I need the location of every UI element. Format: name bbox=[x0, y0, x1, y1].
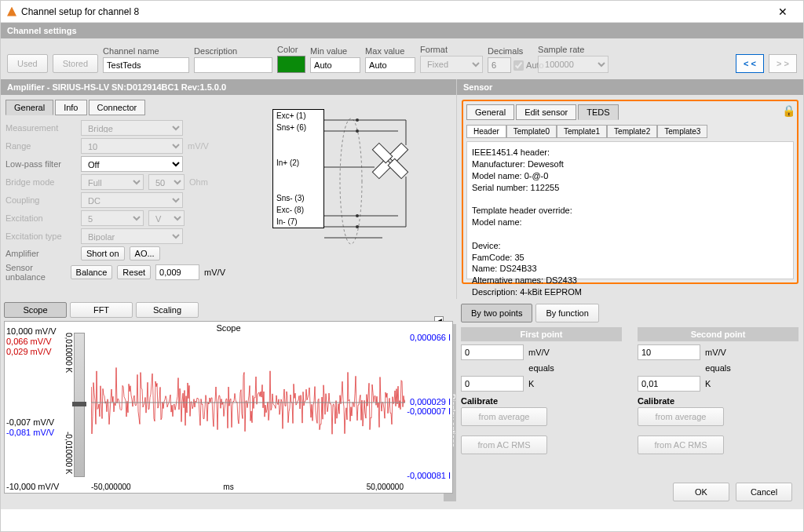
p2-k[interactable] bbox=[638, 376, 700, 392]
ok-button[interactable]: OK bbox=[673, 483, 729, 501]
close-icon[interactable]: ✕ bbox=[769, 5, 797, 18]
format-label: Format bbox=[420, 45, 483, 54]
sensor-tab-teds[interactable]: TEDS bbox=[578, 104, 618, 120]
channel-name-label: Channel name bbox=[103, 46, 189, 56]
tab-general[interactable]: General bbox=[5, 100, 53, 115]
channel-name-input[interactable] bbox=[103, 57, 189, 73]
unbalance-input[interactable] bbox=[155, 264, 199, 280]
stored-button[interactable]: Stored bbox=[53, 54, 98, 73]
format-select[interactable]: Fixed bbox=[420, 56, 483, 73]
scope-chart[interactable]: 10,000 mV/V 0,066 mV/V 0,029 mV/V -0,007… bbox=[4, 321, 453, 494]
svg-rect-2 bbox=[372, 159, 392, 178]
cancel-button[interactable]: Cancel bbox=[736, 483, 792, 501]
svg-point-14 bbox=[356, 129, 359, 133]
lpf-label: Low-pass filter bbox=[5, 159, 76, 169]
description-label: Description bbox=[194, 46, 272, 56]
auto-checkbox[interactable] bbox=[513, 60, 524, 71]
max-label: Max value bbox=[365, 46, 415, 56]
p2-value[interactable] bbox=[638, 344, 700, 360]
wiring-diagram: Exc+ (1) Sns+ (6) In+ (2) Sns- (3) Exc- … bbox=[225, 100, 451, 294]
by-function-tab[interactable]: By function bbox=[535, 304, 598, 322]
sample-rate-label: Sample rate bbox=[538, 45, 608, 54]
decimals-input bbox=[488, 57, 511, 73]
range-select[interactable]: 10 bbox=[81, 138, 183, 154]
svg-point-13 bbox=[356, 118, 359, 122]
measurement-select[interactable]: Bridge bbox=[81, 120, 183, 136]
color-label: Color bbox=[277, 45, 305, 54]
next-channel-button[interactable]: > > bbox=[769, 54, 797, 73]
sensor-unbalance-label: Sensor unbalance bbox=[5, 263, 66, 282]
scope-tab[interactable]: Scope bbox=[4, 302, 67, 318]
subtab-header[interactable]: Header bbox=[466, 125, 506, 138]
app-logo bbox=[7, 7, 16, 16]
svg-rect-3 bbox=[372, 143, 392, 162]
balance-button[interactable]: Balance bbox=[71, 265, 113, 279]
lpf-select[interactable]: Off bbox=[81, 156, 183, 172]
amplifier-label: Amplifier bbox=[5, 249, 76, 258]
description-input[interactable] bbox=[194, 57, 272, 73]
color-swatch[interactable] bbox=[277, 56, 305, 73]
subtab-t2[interactable]: Template2 bbox=[607, 125, 657, 138]
from-rms-1[interactable]: from AC RMS bbox=[461, 435, 547, 454]
fft-tab[interactable]: FFT bbox=[70, 302, 133, 318]
coupling-select[interactable]: DC bbox=[81, 192, 183, 208]
svg-rect-1 bbox=[388, 143, 407, 162]
first-point-header: First point bbox=[461, 327, 622, 341]
excitation-type-label: Excitation type bbox=[5, 231, 76, 241]
excitation-label: Excitation bbox=[5, 213, 76, 223]
prev-channel-button[interactable]: < < bbox=[736, 54, 764, 73]
range-label: Range bbox=[5, 141, 76, 151]
svg-rect-4 bbox=[388, 159, 407, 178]
svg-point-15 bbox=[356, 214, 359, 217]
bridge-imp-select[interactable]: 50 bbox=[148, 174, 185, 190]
p1-k[interactable] bbox=[461, 376, 524, 392]
from-rms-2[interactable]: from AC RMS bbox=[638, 435, 724, 454]
sensor-tab-general[interactable]: General bbox=[466, 104, 514, 120]
measurement-label: Measurement bbox=[5, 123, 76, 133]
reset-button[interactable]: Reset bbox=[117, 265, 151, 279]
svg-point-0 bbox=[340, 118, 362, 244]
excitation-type-select[interactable]: Bipolar bbox=[81, 228, 183, 244]
bridge-mode-label: Bridge mode bbox=[5, 177, 76, 187]
sensor-tab-edit[interactable]: Edit sensor bbox=[516, 104, 576, 120]
subtab-t0[interactable]: Template0 bbox=[506, 125, 557, 138]
amplifier-header: Amplifier - SIRIUS-HS-LV SN:D012914BC1 R… bbox=[1, 79, 456, 95]
tab-connector[interactable]: Connector bbox=[89, 100, 146, 115]
teds-panel: General Edit sensor TEDS Header Template… bbox=[462, 100, 799, 284]
by-two-points-tab[interactable]: By two points bbox=[461, 304, 532, 322]
used-button[interactable]: Used bbox=[7, 54, 48, 73]
excitation-select[interactable]: 5 bbox=[81, 210, 144, 226]
window-title: Channel setup for channel 8 bbox=[21, 6, 769, 17]
p1-value[interactable] bbox=[461, 344, 524, 360]
svg-point-16 bbox=[356, 225, 359, 228]
second-point-header: Second point bbox=[638, 327, 799, 341]
coupling-label: Coupling bbox=[5, 195, 76, 205]
bridge-unit: Ohm bbox=[189, 177, 208, 187]
short-on-button[interactable]: Short on bbox=[81, 246, 125, 261]
excitation-unit-select[interactable]: V bbox=[148, 210, 185, 226]
ao-button[interactable]: AO... bbox=[130, 246, 160, 261]
lock-icon[interactable]: 🔒 bbox=[782, 104, 795, 117]
scaling-tab[interactable]: Scaling bbox=[136, 302, 199, 318]
tab-info[interactable]: Info bbox=[55, 100, 86, 115]
range-unit: mV/V bbox=[188, 141, 209, 151]
level-slider[interactable] bbox=[74, 333, 85, 477]
min-label: Min value bbox=[310, 46, 360, 56]
max-input[interactable] bbox=[365, 57, 415, 73]
sample-rate-select[interactable]: 100000 bbox=[538, 56, 608, 73]
channel-settings-header: Channel settings bbox=[1, 23, 803, 38]
sensor-header: Sensor bbox=[457, 79, 803, 95]
from-average-1[interactable]: from average bbox=[461, 407, 547, 426]
bridge-mode-select[interactable]: Full bbox=[81, 174, 144, 190]
decimals-label: Decimals bbox=[488, 46, 533, 56]
min-input[interactable] bbox=[310, 57, 360, 73]
teds-text: IEEE1451.4 header: Manufacturer: Dewesof… bbox=[466, 141, 794, 279]
subtab-t1[interactable]: Template1 bbox=[557, 125, 607, 138]
from-average-2[interactable]: from average bbox=[638, 407, 724, 426]
subtab-t3[interactable]: Template3 bbox=[657, 125, 707, 138]
unbalance-unit: mV/V bbox=[204, 268, 225, 277]
